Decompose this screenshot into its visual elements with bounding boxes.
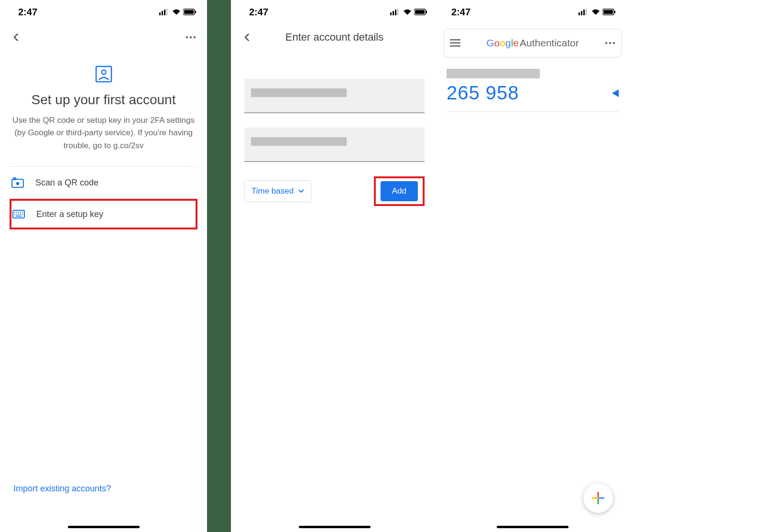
option-label: Enter a setup key bbox=[36, 209, 103, 219]
status-bar: 2:47 bbox=[439, 0, 626, 24]
nav-bar: Enter account details bbox=[231, 24, 438, 50]
option-scan-qr[interactable]: Scan a QR code bbox=[0, 167, 207, 198]
app-header: GoogleAuthenticator bbox=[444, 29, 622, 57]
svg-rect-40 bbox=[614, 11, 615, 13]
svg-rect-21 bbox=[14, 214, 15, 215]
clock: 2:47 bbox=[249, 7, 268, 18]
account-icon bbox=[0, 65, 207, 84]
status-icons bbox=[159, 9, 197, 15]
back-button[interactable] bbox=[240, 30, 255, 45]
svg-rect-18 bbox=[18, 212, 19, 213]
svg-rect-16 bbox=[14, 212, 15, 213]
svg-rect-1 bbox=[162, 11, 163, 15]
svg-rect-27 bbox=[390, 12, 392, 15]
svg-rect-50 bbox=[599, 498, 604, 499]
camera-icon bbox=[11, 177, 24, 188]
dropdown-label: Time based bbox=[251, 186, 294, 196]
svg-rect-43 bbox=[450, 45, 460, 47]
more-button[interactable] bbox=[605, 42, 615, 44]
status-icons bbox=[390, 9, 428, 15]
svg-rect-34 bbox=[579, 12, 580, 15]
redacted-placeholder bbox=[251, 88, 347, 97]
home-indicator bbox=[68, 526, 140, 528]
status-bar: 2:47 bbox=[231, 0, 438, 24]
option-enter-key[interactable]: Enter a setup key bbox=[11, 201, 196, 228]
svg-rect-29 bbox=[395, 10, 396, 15]
timer-indicator-icon bbox=[612, 89, 619, 97]
screen-authenticator: 2:47 GoogleAuthenticator 265 958 bbox=[439, 0, 626, 532]
clock: 2:47 bbox=[451, 7, 470, 18]
svg-point-45 bbox=[609, 42, 611, 44]
svg-rect-5 bbox=[184, 10, 194, 14]
page-title: Enter account details bbox=[255, 31, 414, 43]
svg-rect-22 bbox=[16, 214, 17, 215]
add-fab[interactable] bbox=[583, 483, 613, 513]
nav-bar bbox=[0, 24, 207, 50]
menu-button[interactable] bbox=[450, 39, 460, 47]
screen-setup: 2:47 Set up your first account Use the Q… bbox=[0, 0, 207, 532]
option-label: Scan a QR code bbox=[35, 178, 98, 188]
svg-rect-6 bbox=[195, 11, 196, 13]
svg-rect-28 bbox=[393, 11, 394, 15]
svg-point-7 bbox=[186, 36, 188, 38]
status-icons bbox=[579, 9, 617, 15]
redacted-placeholder bbox=[251, 137, 347, 146]
back-button[interactable] bbox=[9, 30, 24, 45]
highlight-add: Add bbox=[374, 176, 425, 206]
svg-rect-41 bbox=[450, 39, 460, 41]
heading: Set up your first account bbox=[0, 92, 207, 108]
clock: 2:47 bbox=[18, 7, 37, 18]
svg-rect-42 bbox=[450, 43, 460, 44]
key-field[interactable] bbox=[244, 128, 425, 162]
home-indicator bbox=[497, 526, 568, 528]
type-dropdown[interactable]: Time based bbox=[244, 180, 311, 202]
svg-point-11 bbox=[101, 70, 106, 75]
svg-rect-19 bbox=[20, 212, 21, 213]
svg-rect-36 bbox=[583, 10, 585, 15]
otp-code: 265 958 bbox=[447, 82, 519, 104]
svg-rect-25 bbox=[22, 214, 23, 215]
add-button[interactable]: Add bbox=[381, 181, 418, 201]
keyboard-icon bbox=[12, 210, 25, 218]
svg-rect-49 bbox=[592, 498, 598, 499]
svg-rect-30 bbox=[397, 9, 398, 15]
svg-rect-48 bbox=[598, 499, 599, 504]
svg-rect-26 bbox=[16, 216, 22, 217]
plus-icon bbox=[592, 492, 604, 504]
highlight-enter-key: Enter a setup key bbox=[10, 199, 197, 229]
svg-rect-20 bbox=[22, 212, 23, 213]
home-indicator bbox=[299, 526, 371, 528]
svg-rect-0 bbox=[159, 12, 161, 15]
svg-rect-47 bbox=[598, 492, 599, 498]
brand: GoogleAuthenticator bbox=[468, 37, 597, 49]
screen-enter-details: 2:47 Enter account details Time based bbox=[231, 0, 438, 532]
svg-rect-37 bbox=[586, 9, 587, 15]
import-link[interactable]: Import existing accounts? bbox=[13, 484, 111, 494]
status-bar: 2:47 bbox=[0, 0, 207, 24]
svg-rect-33 bbox=[426, 11, 427, 13]
svg-point-8 bbox=[190, 36, 192, 38]
svg-rect-2 bbox=[164, 10, 165, 15]
svg-point-46 bbox=[613, 42, 615, 44]
chevron-down-icon bbox=[298, 189, 304, 193]
svg-rect-3 bbox=[166, 9, 167, 15]
svg-point-9 bbox=[194, 36, 196, 38]
more-button[interactable] bbox=[183, 30, 198, 45]
svg-rect-24 bbox=[20, 214, 21, 215]
account-name-field[interactable] bbox=[244, 79, 425, 113]
account-name-redacted bbox=[447, 69, 540, 78]
svg-rect-39 bbox=[603, 10, 613, 14]
svg-rect-32 bbox=[415, 10, 425, 14]
description: Use the QR code or setup key in your 2FA… bbox=[11, 114, 196, 152]
svg-rect-35 bbox=[581, 11, 582, 15]
svg-point-44 bbox=[605, 42, 607, 44]
svg-rect-17 bbox=[16, 212, 17, 213]
svg-point-14 bbox=[16, 182, 19, 185]
svg-rect-23 bbox=[18, 214, 19, 215]
